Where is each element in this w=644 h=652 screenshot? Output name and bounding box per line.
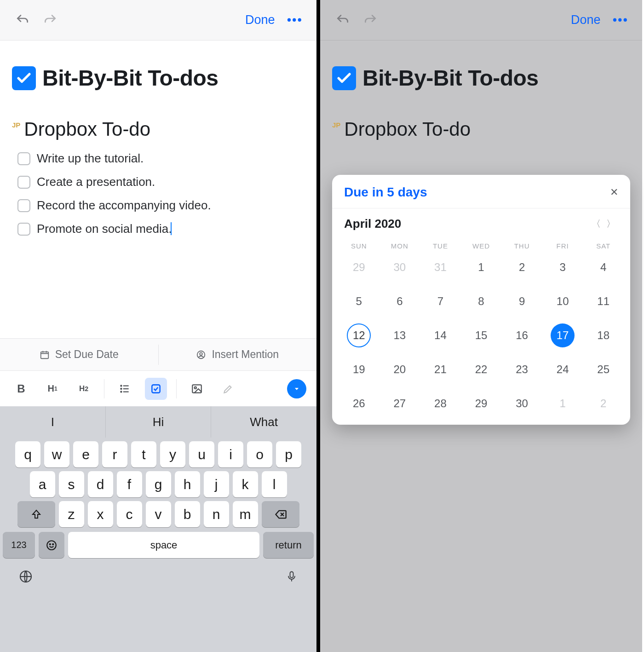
key-b[interactable]: b bbox=[175, 501, 200, 527]
key-m[interactable]: m bbox=[233, 501, 258, 527]
doc-title[interactable]: Bit-By-Bit To-dos bbox=[42, 65, 218, 91]
todo-item[interactable]: Promote on social media. bbox=[17, 222, 305, 236]
calendar-day[interactable]: 29 bbox=[461, 393, 502, 414]
calendar-day[interactable]: 10 bbox=[542, 291, 583, 312]
calendar-day[interactable]: 20 bbox=[380, 359, 420, 380]
calendar-day[interactable]: 22 bbox=[461, 359, 502, 380]
mic-key[interactable] bbox=[285, 569, 298, 586]
globe-key[interactable] bbox=[18, 569, 33, 586]
key-q[interactable]: q bbox=[15, 441, 40, 467]
calendar-day[interactable]: 18 bbox=[583, 325, 624, 346]
calendar-day[interactable]: 28 bbox=[420, 393, 461, 414]
calendar-day[interactable]: 15 bbox=[461, 325, 502, 346]
emoji-key[interactable] bbox=[39, 532, 64, 558]
key-l[interactable]: l bbox=[262, 471, 287, 497]
calendar-day[interactable]: 16 bbox=[501, 325, 542, 346]
calendar-day[interactable]: 11 bbox=[583, 291, 624, 312]
calendar-day[interactable]: 9 bbox=[501, 291, 542, 312]
key-o[interactable]: o bbox=[247, 441, 272, 467]
key-z[interactable]: z bbox=[59, 501, 84, 527]
list-button[interactable] bbox=[114, 378, 136, 400]
checkbox-icon[interactable] bbox=[17, 152, 30, 165]
calendar-day[interactable]: 24 bbox=[542, 359, 583, 380]
calendar-day[interactable]: 26 bbox=[339, 393, 380, 414]
key-i[interactable]: i bbox=[218, 441, 243, 467]
key-f[interactable]: f bbox=[117, 471, 142, 497]
key-e[interactable]: e bbox=[73, 441, 98, 467]
key-x[interactable]: x bbox=[88, 501, 113, 527]
calendar-day[interactable]: 6 bbox=[380, 291, 420, 312]
key-s[interactable]: s bbox=[59, 471, 84, 497]
highlight-button[interactable] bbox=[217, 378, 239, 400]
calendar-day[interactable]: 8 bbox=[461, 291, 502, 312]
more-button[interactable]: ••• bbox=[613, 13, 628, 27]
calendar-day[interactable]: 23 bbox=[501, 359, 542, 380]
calendar-day[interactable]: 14 bbox=[420, 325, 461, 346]
checklist-button[interactable] bbox=[145, 378, 167, 400]
calendar-day[interactable]: 13 bbox=[380, 325, 420, 346]
undo-button[interactable] bbox=[14, 12, 31, 29]
done-button[interactable]: Done bbox=[245, 13, 275, 27]
key-a[interactable]: a bbox=[30, 471, 55, 497]
calendar-day[interactable]: 25 bbox=[583, 359, 624, 380]
calendar-day[interactable]: 5 bbox=[339, 291, 380, 312]
redo-button[interactable] bbox=[362, 12, 379, 29]
todo-item[interactable]: Record the accompanying video. bbox=[17, 198, 305, 213]
done-button[interactable]: Done bbox=[571, 13, 601, 27]
calendar-day[interactable]: 27 bbox=[380, 393, 420, 414]
key-u[interactable]: u bbox=[189, 441, 214, 467]
key-v[interactable]: v bbox=[146, 501, 171, 527]
calendar-day[interactable]: 17 bbox=[542, 325, 583, 346]
key-w[interactable]: w bbox=[44, 441, 69, 467]
prediction[interactable]: I bbox=[0, 406, 106, 438]
key-d[interactable]: d bbox=[88, 471, 113, 497]
shift-key[interactable] bbox=[17, 501, 55, 527]
backspace-key[interactable] bbox=[262, 501, 299, 527]
key-k[interactable]: k bbox=[233, 471, 258, 497]
calendar-day[interactable]: 21 bbox=[420, 359, 461, 380]
calendar-day[interactable]: 2 bbox=[583, 393, 624, 414]
key-j[interactable]: j bbox=[204, 471, 229, 497]
calendar-day[interactable]: 3 bbox=[542, 257, 583, 277]
bold-button[interactable]: B bbox=[10, 378, 32, 400]
key-g[interactable]: g bbox=[146, 471, 171, 497]
document-body[interactable]: Bit-By-Bit To-dos JP Dropbox To-do Write… bbox=[0, 40, 316, 236]
calendar-day[interactable]: 31 bbox=[420, 257, 461, 277]
insert-mention-button[interactable]: Insert Mention bbox=[159, 339, 317, 370]
more-button[interactable]: ••• bbox=[287, 13, 303, 27]
prev-month-button[interactable]: 〈 bbox=[589, 218, 604, 230]
space-key[interactable]: space bbox=[68, 532, 259, 558]
set-due-date-button[interactable]: Set Due Date bbox=[0, 339, 158, 370]
undo-button[interactable] bbox=[334, 12, 351, 29]
checkbox-icon[interactable] bbox=[17, 223, 30, 236]
key-r[interactable]: r bbox=[102, 441, 127, 467]
close-button[interactable]: ✕ bbox=[610, 186, 618, 198]
checkbox-icon[interactable] bbox=[17, 176, 30, 189]
calendar-day[interactable]: 2 bbox=[501, 257, 542, 277]
calendar-day[interactable]: 7 bbox=[420, 291, 461, 312]
calendar-day[interactable]: 1 bbox=[542, 393, 583, 414]
todo-item[interactable]: Create a presentation. bbox=[17, 175, 305, 189]
key-h[interactable]: h bbox=[175, 471, 200, 497]
heading2-button[interactable]: H2 bbox=[73, 378, 95, 400]
key-y[interactable]: y bbox=[160, 441, 185, 467]
key-c[interactable]: c bbox=[117, 501, 142, 527]
prediction[interactable]: Hi bbox=[106, 406, 212, 438]
checkbox-icon[interactable] bbox=[17, 199, 30, 212]
image-button[interactable] bbox=[186, 378, 208, 400]
expand-toolbar-button[interactable] bbox=[287, 379, 306, 398]
key-p[interactable]: p bbox=[276, 441, 301, 467]
next-month-button[interactable]: 〉 bbox=[604, 218, 618, 230]
heading1-button[interactable]: H1 bbox=[41, 378, 63, 400]
redo-button[interactable] bbox=[41, 12, 59, 29]
calendar-day[interactable]: 4 bbox=[583, 257, 624, 277]
calendar-day[interactable]: 12 bbox=[339, 325, 380, 346]
calendar-day[interactable]: 1 bbox=[461, 257, 502, 277]
return-key[interactable]: return bbox=[263, 532, 314, 558]
calendar-day[interactable]: 30 bbox=[380, 257, 420, 277]
calendar-day[interactable]: 30 bbox=[501, 393, 542, 414]
section-title[interactable]: Dropbox To-do bbox=[24, 118, 150, 140]
calendar-day[interactable]: 29 bbox=[339, 257, 380, 277]
todo-item[interactable]: Write up the tutorial. bbox=[17, 151, 305, 166]
prediction[interactable]: What bbox=[211, 406, 316, 438]
